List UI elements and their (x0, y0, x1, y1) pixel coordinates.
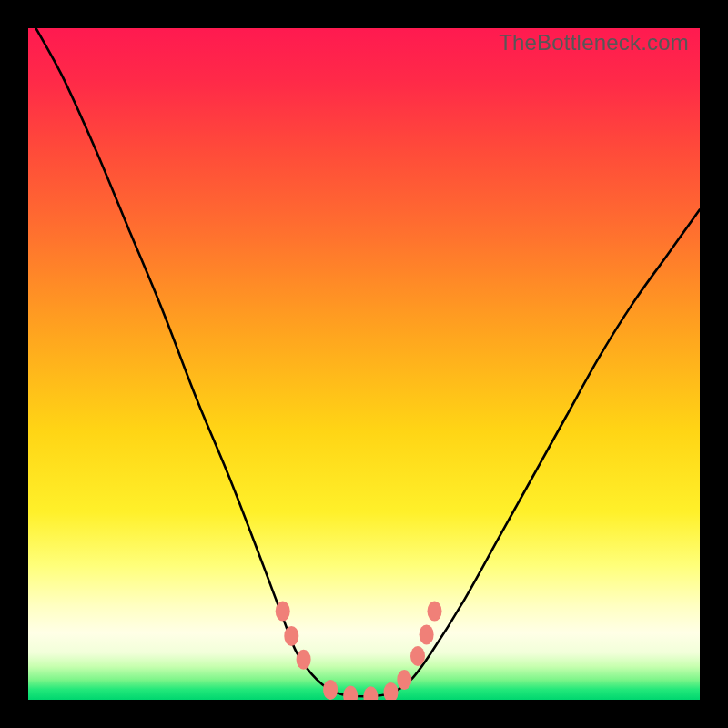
curve-marker (284, 626, 298, 646)
bottleneck-curve (28, 28, 700, 696)
plot-area: TheBottleneck.com (28, 28, 700, 700)
curve-marker (410, 646, 425, 666)
curve-marker (363, 686, 378, 700)
chart-frame: TheBottleneck.com (0, 0, 728, 728)
curve-marker (420, 624, 434, 644)
curve-marker (323, 680, 338, 700)
curve-marker (276, 602, 290, 622)
curve-marker (428, 602, 442, 622)
curve-marker (343, 686, 358, 700)
curve-marker (297, 650, 311, 670)
curve-marker (384, 682, 399, 700)
watermark-text: TheBottleneck.com (499, 30, 689, 56)
curve-svg (28, 28, 700, 700)
curve-marker (397, 670, 411, 690)
marker-group (276, 602, 442, 700)
